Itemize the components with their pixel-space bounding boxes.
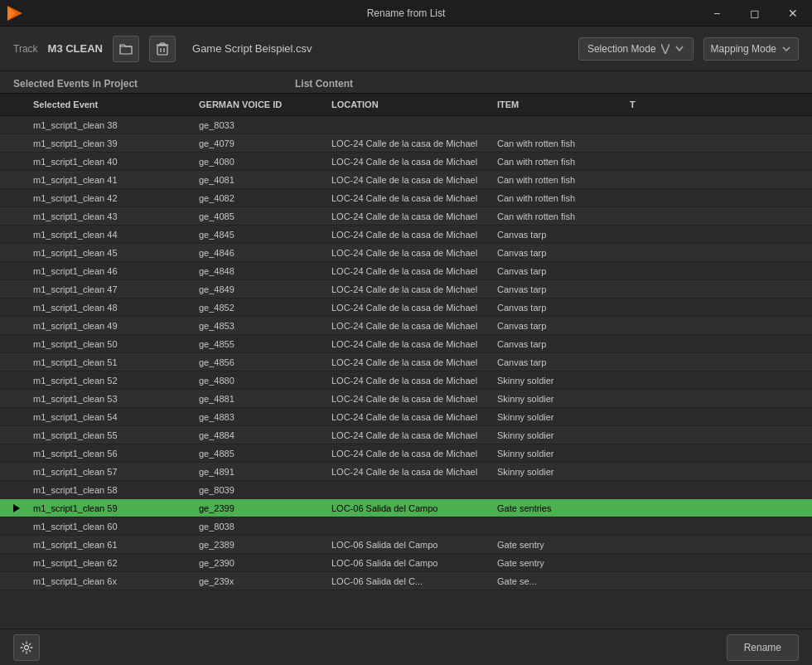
cell-voice: ge_8038 <box>199 522 331 532</box>
cell-item: Skinny soldier <box>497 449 630 459</box>
cell-event: m1_script1_clean 46 <box>33 266 199 276</box>
cell-item: Gate se... <box>497 576 630 586</box>
table-row[interactable]: m1_script1_clean 6xge_239xLOC-06 Salida … <box>0 572 812 590</box>
cell-location: LOC-24 Calle de la casa de Michael <box>331 412 497 422</box>
cell-location: LOC-06 Salida del Campo <box>331 540 497 550</box>
table-container[interactable]: m1_script1_clean 38ge_8033m1_script1_cle… <box>0 116 812 615</box>
cell-voice: ge_2390 <box>199 558 331 568</box>
cell-item: Canvas tarp <box>497 303 630 313</box>
cell-location: LOC-24 Calle de la casa de Michael <box>331 248 497 258</box>
table-row[interactable]: m1_script1_clean 44ge_4845LOC-24 Calle d… <box>0 226 812 244</box>
table-row[interactable]: m1_script1_clean 45ge_4846LOC-24 Calle d… <box>0 244 812 262</box>
rename-button[interactable]: Rename <box>727 634 799 661</box>
cell-location: LOC-24 Calle de la casa de Michael <box>331 211 497 221</box>
table-row[interactable]: m1_script1_clean 40ge_4080LOC-24 Calle d… <box>0 153 812 171</box>
cell-event: m1_script1_clean 60 <box>33 522 199 532</box>
cell-event: m1_script1_clean 51 <box>33 357 199 367</box>
cell-event: m1_script1_clean 44 <box>33 230 199 240</box>
t-col-header: T <box>630 100 812 109</box>
cell-event: m1_script1_clean 42 <box>33 193 199 203</box>
cell-voice: ge_4848 <box>199 266 331 276</box>
cell-voice: ge_4852 <box>199 303 331 313</box>
table-row[interactable]: m1_script1_clean 59ge_2399LOC-06 Salida … <box>0 499 812 517</box>
cell-item: Can with rotten fish <box>497 157 630 167</box>
svg-rect-6 <box>160 43 165 45</box>
table-row[interactable]: m1_script1_clean 54ge_4883LOC-24 Calle d… <box>0 408 812 426</box>
cell-location: LOC-24 Calle de la casa de Michael <box>331 138 497 148</box>
cell-event: m1_script1_clean 47 <box>33 284 199 294</box>
cell-voice: ge_4880 <box>199 376 331 386</box>
table-row[interactable]: m1_script1_clean 41ge_4081LOC-24 Calle d… <box>0 171 812 189</box>
right-section-header: List Content <box>295 78 799 90</box>
table-row[interactable]: m1_script1_clean 52ge_4880LOC-24 Calle d… <box>0 371 812 390</box>
cell-item: Skinny soldier <box>497 376 630 386</box>
table-row[interactable]: m1_script1_clean 42ge_4082LOC-24 Calle d… <box>0 189 812 207</box>
table-row[interactable]: m1_script1_clean 39ge_4079LOC-24 Calle d… <box>0 134 812 153</box>
table-row[interactable]: m1_script1_clean 55ge_4884LOC-24 Calle d… <box>0 426 812 444</box>
cell-location: LOC-06 Salida del C... <box>331 576 497 586</box>
maximize-button[interactable]: ◻ <box>736 0 774 27</box>
cell-event: m1_script1_clean 61 <box>33 540 199 550</box>
cell-voice: ge_239x <box>199 576 331 586</box>
window-controls: − ◻ ✕ <box>698 0 812 27</box>
voice-col-header: GERMAN VOICE ID <box>199 100 331 109</box>
table-row[interactable]: m1_script1_clean 57ge_4891LOC-24 Calle d… <box>0 463 812 481</box>
table-row[interactable]: m1_script1_clean 47ge_4849LOC-24 Calle d… <box>0 280 812 299</box>
table-row[interactable]: m1_script1_clean 53ge_4881LOC-24 Calle d… <box>0 390 812 408</box>
table-row[interactable]: m1_script1_clean 60ge_8038 <box>0 517 812 536</box>
mapping-mode-button[interactable]: Mapping Mode <box>703 37 799 61</box>
cell-item: Canvas tarp <box>497 339 630 349</box>
cell-item: Can with rotten fish <box>497 138 630 148</box>
cell-event: m1_script1_clean 45 <box>33 248 199 258</box>
table-row[interactable]: m1_script1_clean 62ge_2390LOC-06 Salida … <box>0 554 812 572</box>
table-row[interactable]: m1_script1_clean 50ge_4855LOC-24 Calle d… <box>0 335 812 353</box>
close-button[interactable]: ✕ <box>774 0 812 27</box>
table-row[interactable]: m1_script1_clean 48ge_4852LOC-24 Calle d… <box>0 299 812 317</box>
delete-button[interactable] <box>149 36 176 62</box>
cell-event: m1_script1_clean 40 <box>33 157 199 167</box>
table-row[interactable]: m1_script1_clean 58ge_8039 <box>0 481 812 499</box>
cell-item: Skinny soldier <box>497 412 630 422</box>
cell-event: m1_script1_clean 39 <box>33 138 199 148</box>
settings-button[interactable] <box>13 634 40 661</box>
minimize-button[interactable]: − <box>698 0 736 27</box>
cell-event: m1_script1_clean 49 <box>33 321 199 331</box>
cell-event: m1_script1_clean 43 <box>33 211 199 221</box>
selection-mode-button[interactable]: Selection Mode <box>578 37 694 61</box>
section-headers: Selected Events in Project List Content <box>0 71 812 93</box>
cell-voice: ge_4080 <box>199 157 331 167</box>
cell-voice: ge_4081 <box>199 175 331 185</box>
toolbar: Track M3 CLEAN Game Script Beispiel.csv … <box>0 27 812 71</box>
cell-item: Can with rotten fish <box>497 175 630 185</box>
cell-voice: ge_2389 <box>199 540 331 550</box>
column-headers: Selected Event GERMAN VOICE ID LOCATION … <box>0 93 812 116</box>
cell-voice: ge_4849 <box>199 284 331 294</box>
table-row[interactable]: m1_script1_clean 56ge_4885LOC-24 Calle d… <box>0 444 812 463</box>
cell-voice: ge_4883 <box>199 412 331 422</box>
cell-location: LOC-24 Calle de la casa de Michael <box>331 284 497 294</box>
title-bar: Rename from List − ◻ ✕ <box>0 0 812 27</box>
cell-location: LOC-24 Calle de la casa de Michael <box>331 157 497 167</box>
cell-item: Gate sentry <box>497 540 630 550</box>
table-row[interactable]: m1_script1_clean 51ge_4856LOC-24 Calle d… <box>0 353 812 371</box>
cell-location: LOC-24 Calle de la casa de Michael <box>331 467 497 477</box>
bottom-bar: Rename <box>0 629 812 665</box>
cell-voice: ge_4855 <box>199 339 331 349</box>
table-row[interactable]: m1_script1_clean 38ge_8033 <box>0 116 812 134</box>
filename: Game Script Beispiel.csv <box>192 42 312 55</box>
table-row[interactable]: m1_script1_clean 61ge_2389LOC-06 Salida … <box>0 536 812 554</box>
cell-event: m1_script1_clean 62 <box>33 558 199 568</box>
table-row[interactable]: m1_script1_clean 49ge_4853LOC-24 Calle d… <box>0 317 812 335</box>
mapping-mode-label: Mapping Mode <box>711 43 776 55</box>
table-row[interactable]: m1_script1_clean 46ge_4848LOC-24 Calle d… <box>0 262 812 280</box>
cell-voice: ge_4885 <box>199 449 331 459</box>
cell-voice: ge_4884 <box>199 430 331 440</box>
cell-voice: ge_4853 <box>199 321 331 331</box>
folder-button[interactable] <box>113 36 139 62</box>
cell-item: Canvas tarp <box>497 321 630 331</box>
cell-event: m1_script1_clean 48 <box>33 303 199 313</box>
cell-event: m1_script1_clean 55 <box>33 430 199 440</box>
cell-item: Skinny soldier <box>497 467 630 477</box>
table-row[interactable]: m1_script1_clean 43ge_4085LOC-24 Calle d… <box>0 207 812 226</box>
cell-location: LOC-24 Calle de la casa de Michael <box>331 266 497 276</box>
